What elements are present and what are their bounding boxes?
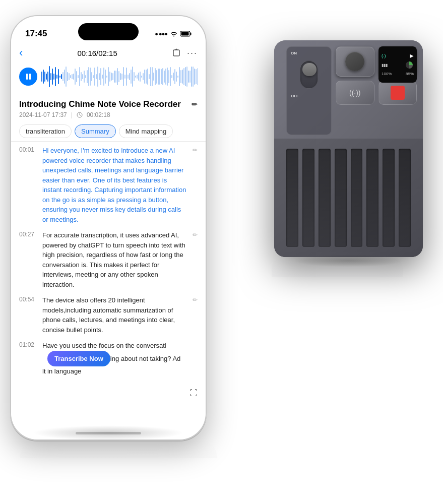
grille-slot-2 [319,149,331,247]
transcript-text-2: The device also offers 20 intelligent mo… [42,295,187,335]
screen-play-icon: ▶ [410,53,414,58]
scene: 17:45 ● ●●● [0,0,443,504]
grille-slot-3 [335,149,347,247]
wireless-btn[interactable]: ((·)) [336,81,374,105]
device-body: CHIME NOTE ON OFF [274,40,423,257]
svg-rect-3 [173,50,179,56]
transcript-entry-2: 00:54 The device also offers 20 intellig… [19,295,198,335]
player-actions: ··· [172,48,198,58]
audio-player: ‹ 00:16/02:15 ··· [11,42,206,95]
timestamp-2: 00:54 [19,295,37,335]
transcript-text-3: Have you used the focus on the conversat… [42,341,198,376]
waveform[interactable]: 00:00 |00:30 |01:0 [41,65,198,89]
grille-slot-1 [302,149,314,247]
edit-icon-2[interactable]: ✏ [193,296,198,303]
device-top-section: ON OFF [274,40,423,141]
screen-row-3: 100% 85% [382,72,414,76]
timestamp-3: 01:02 [19,341,37,376]
device-reflection [272,257,403,277]
status-icons: ● ●●● [155,31,192,37]
transcript-entry-1: 00:27 For accurate transcription, it use… [19,230,198,289]
phone-reflection [20,440,217,458]
dynamic-island [78,23,139,40]
battery-icon [180,31,192,37]
phone-outer: 17:45 ● ●●● [10,15,207,440]
device-secondary-buttons: ((·)) [336,81,417,105]
transcribe-now-button[interactable]: Transcribe Now [47,351,110,367]
grille-slot-0 [286,149,298,247]
svg-rect-2 [181,32,189,36]
transcript-entry-3: 01:02 Have you used the focus on the con… [19,341,198,376]
battery-indicator: ▮▮▮ [382,63,388,68]
recording-info: Introducing Chime Note Voice Recorder ✏ … [11,95,206,121]
transcript-text-1: For accurate transcription, it uses adva… [42,230,187,289]
battery-pct: 100% [382,72,392,76]
grille-grid [286,149,411,247]
waveform-container: 00:00 |00:30 |01:0 [19,62,198,91]
storage-pct: 85% [406,72,414,76]
grille-slot-5 [366,149,378,247]
back-button[interactable]: ‹ [19,46,23,59]
recording-title: Introducing Chime Note Voice Recorder ✏ [19,99,198,109]
fullscreen-icon[interactable]: ⛶ [11,387,206,400]
device-main-btn-left[interactable] [336,46,374,77]
on-label: ON [291,51,327,55]
transcript: 00:01 Hi everyone, I'm excited to introd… [11,142,206,387]
phone-screen: 17:45 ● ●●● [11,16,206,439]
screen-row-2: ▮▮▮ [382,60,414,70]
pie-chart-icon [405,60,414,70]
screen-row-1: (·) ▶ [382,53,414,58]
clock-icon [77,112,83,118]
signal-icon: ● ●●● [155,31,167,37]
pause-button[interactable] [19,68,37,86]
edit-icon-0[interactable]: ✏ [193,147,198,154]
svg-rect-1 [191,33,192,35]
stop-record-indicator [391,86,405,100]
toggle-knob [302,63,317,76]
grille-slot-6 [383,149,395,247]
transcript-entry: 00:01 Hi everyone, I'm excited to introd… [19,146,198,224]
screen-wireless-icon: (·) [382,53,386,58]
edit-icon[interactable]: ✏ [192,100,198,108]
status-time: 17:45 [25,29,47,39]
transcript-text-0: Hi everyone, I'm excited to introduce a … [42,146,187,224]
toggle-switch[interactable] [300,60,318,89]
tab-mind-mapping[interactable]: Mind mapping [119,124,173,138]
player-header: ‹ 00:16/02:15 ··· [19,46,198,59]
off-label: OFF [291,94,327,98]
device-wrapper: CHIME NOTE ON OFF [274,40,423,257]
player-time: 00:16/02:15 [78,49,117,57]
tab-summary[interactable]: Summary [75,124,116,138]
device-toggle-panel: ON OFF [286,46,332,135]
grille-slot-7 [399,149,411,247]
timestamp-1: 00:27 [19,230,37,289]
phone-shadow [33,425,184,440]
share-icon[interactable] [172,48,181,57]
wireless-icon: ((·)) [349,89,361,97]
tab-transliteration[interactable]: transliteration [19,124,72,138]
more-icon[interactable]: ··· [187,48,198,58]
phone-mockup: 17:45 ● ●●● [10,15,207,440]
device-screen: (·) ▶ ▮▮▮ 100% [378,46,417,83]
tabs-row: transliteration Summary Mind mapping [11,121,206,142]
timestamp-0: 00:01 [19,146,37,224]
grille-slot-4 [351,149,363,247]
device-grille-area [274,139,423,257]
record-stop-btn[interactable] [378,81,417,105]
edit-icon-1[interactable]: ✏ [193,231,198,238]
wifi-icon [170,31,178,37]
recording-meta: 2024-11-07 17:37 | 00:02:18 [19,111,198,118]
btn-inner-left [345,52,364,71]
